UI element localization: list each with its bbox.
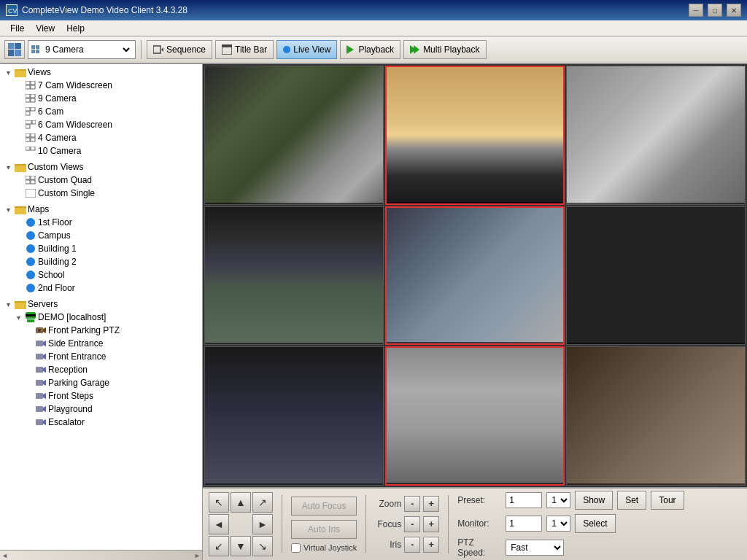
tree-cam-reception-row[interactable]: Reception bbox=[20, 363, 202, 376]
ptz-downleft-btn[interactable]: ↙ bbox=[209, 536, 229, 556]
zoom-plus-btn[interactable]: + bbox=[423, 496, 439, 512]
svg-rect-68 bbox=[36, 367, 43, 373]
live-view-button[interactable]: Live View bbox=[276, 40, 337, 59]
preset-tour-btn[interactable]: Tour bbox=[651, 491, 684, 510]
tree-school-row[interactable]: School bbox=[10, 268, 202, 281]
tree-cam-escalator-row[interactable]: Escalator bbox=[20, 416, 202, 429]
tree-cam-frontsteps-row[interactable]: Front Steps bbox=[20, 389, 202, 402]
tree-demo-server-row[interactable]: ▾ DEMO [localhost] bbox=[10, 311, 202, 324]
camera-view-select[interactable]: 9 Camera 7 Cam Widescreen 6 Cam 4 Camera bbox=[42, 44, 132, 55]
sidebar-scroll[interactable]: ▾ Views 7 Cam Widescreen bbox=[0, 64, 202, 550]
camera-cell-6[interactable] bbox=[566, 206, 746, 346]
ptz-downright-btn[interactable]: ↘ bbox=[252, 536, 273, 556]
multi-playback-button[interactable]: Multi Playback bbox=[403, 40, 486, 59]
menu-file[interactable]: File bbox=[4, 22, 30, 35]
tree-customviews-row[interactable]: ▾ Custom Views bbox=[0, 160, 202, 174]
monitor-select-btn[interactable]: Select bbox=[575, 514, 615, 533]
sequence-button[interactable]: Sequence bbox=[147, 40, 212, 59]
ptz-up-btn[interactable]: ▲ bbox=[231, 492, 251, 513]
monitor-select[interactable]: 1 2 bbox=[546, 516, 570, 532]
ptz-left-btn[interactable]: ◄ bbox=[209, 514, 229, 534]
auto-focus-btn[interactable]: Auto Focus bbox=[291, 497, 357, 516]
preset-select[interactable]: 1 2 3 bbox=[546, 492, 570, 508]
zoom-minus-btn[interactable]: - bbox=[404, 496, 420, 512]
tree-customquad-row[interactable]: Custom Quad bbox=[10, 174, 202, 187]
camera-cell-2[interactable] bbox=[385, 66, 565, 205]
tree-customsingle-row[interactable]: Custom Single bbox=[10, 187, 202, 200]
tree-9cam-row[interactable]: 9 Camera bbox=[10, 92, 202, 105]
demo-server-expander[interactable]: ▾ bbox=[13, 312, 23, 322]
ptz-right-btn[interactable]: ► bbox=[252, 514, 273, 534]
monitor-input[interactable] bbox=[506, 516, 542, 532]
focus-plus-btn[interactable]: + bbox=[423, 516, 439, 532]
iris-minus-btn[interactable]: - bbox=[404, 537, 420, 553]
tree-1stfloor-row[interactable]: 1st Floor bbox=[10, 216, 202, 229]
ptzspeed-row: PTZ Speed: Slow Medium Fast bbox=[457, 537, 684, 558]
tree-cam-frontparking-row[interactable]: Front Parking PTZ bbox=[20, 324, 202, 337]
layout-icon[interactable] bbox=[4, 40, 25, 59]
close-button[interactable]: ✕ bbox=[727, 4, 741, 17]
restore-button[interactable]: □ bbox=[708, 4, 722, 17]
tree-views-row[interactable]: ▾ Views bbox=[0, 66, 202, 79]
tree-cam-playground-row[interactable]: Playground bbox=[20, 402, 202, 416]
maps-expander[interactable]: ▾ bbox=[3, 204, 13, 214]
menu-help[interactable]: Help bbox=[61, 22, 90, 35]
customviews-folder-icon bbox=[15, 161, 26, 173]
views-expander[interactable]: ▾ bbox=[3, 67, 13, 77]
camera-cell-9[interactable] bbox=[566, 346, 746, 486]
virtual-joystick-checkbox[interactable] bbox=[291, 543, 301, 553]
tree-cam-frontentrance-row[interactable]: Front Entrance bbox=[20, 350, 202, 363]
camera-cell-7[interactable] bbox=[204, 346, 384, 486]
cam-sideentrance-icon bbox=[35, 338, 47, 349]
camera-view-dropdown[interactable]: 9 Camera 7 Cam Widescreen 6 Cam 4 Camera bbox=[28, 40, 136, 59]
camera-cell-8[interactable] bbox=[385, 346, 565, 486]
auto-controls: Auto Focus Auto Iris Virtual Joystick bbox=[291, 497, 357, 553]
tree-building2-row[interactable]: Building 2 bbox=[10, 255, 202, 268]
iris-plus-btn[interactable]: + bbox=[423, 537, 439, 553]
tree-cam-sideentrance-row[interactable]: Side Entrance bbox=[20, 337, 202, 350]
customviews-expander[interactable]: ▾ bbox=[3, 162, 13, 172]
cameras-children: Front Parking PTZ Side Entrance bbox=[10, 324, 202, 429]
sequence-label: Sequence bbox=[166, 44, 206, 55]
tree-building1-row[interactable]: Building 1 bbox=[10, 242, 202, 255]
preset-set-btn[interactable]: Set bbox=[617, 491, 646, 510]
tree-campus-row[interactable]: Campus bbox=[10, 229, 202, 242]
camera-cell-4[interactable] bbox=[204, 206, 384, 346]
auto-iris-btn[interactable]: Auto Iris bbox=[291, 520, 357, 539]
customviews-label: Custom Views bbox=[28, 162, 83, 172]
virtual-joystick-label[interactable]: Virtual Joystick bbox=[291, 543, 357, 553]
svg-marker-73 bbox=[43, 393, 46, 399]
focus-label: Focus bbox=[375, 519, 401, 529]
cam-frontsteps-label: Front Steps bbox=[48, 391, 93, 401]
tree-servers-row[interactable]: ▾ Servers bbox=[0, 298, 202, 311]
camera-label-2 bbox=[387, 202, 563, 203]
tree-10cam-row[interactable]: 10 Camera bbox=[10, 144, 202, 158]
svg-rect-21 bbox=[26, 81, 30, 85]
tree-6camwide-row[interactable]: 6 Cam Widescreen bbox=[10, 118, 202, 131]
camera-cell-1[interactable] bbox=[204, 66, 384, 205]
focus-minus-btn[interactable]: - bbox=[404, 516, 420, 532]
tree-maps-row[interactable]: ▾ Maps bbox=[0, 203, 202, 216]
servers-expander[interactable]: ▾ bbox=[3, 299, 13, 309]
ptz-upright-btn[interactable]: ↗ bbox=[252, 492, 273, 513]
title-bar-button[interactable]: Title Bar bbox=[215, 40, 274, 59]
tree-cam-parkinggarage-row[interactable]: Parking Garage bbox=[20, 376, 202, 389]
tree-2ndfloor-row[interactable]: 2nd Floor bbox=[10, 281, 202, 295]
minimize-button[interactable]: ─ bbox=[689, 4, 703, 17]
tree-7cam-row[interactable]: 7 Cam Widescreen bbox=[10, 79, 202, 92]
tree-4cam-row[interactable]: 4 Camera bbox=[10, 131, 202, 144]
preset-show-btn[interactable]: Show bbox=[575, 491, 613, 510]
building2-label: Building 2 bbox=[38, 257, 77, 267]
iris-label: Iris bbox=[375, 540, 401, 550]
ptz-upleft-btn[interactable]: ↖ bbox=[209, 492, 229, 513]
camera-cell-5[interactable] bbox=[385, 206, 565, 346]
tree-6cam-row[interactable]: 6 Cam bbox=[10, 105, 202, 118]
preset-input[interactable] bbox=[506, 492, 542, 508]
4cam-label: 4 Camera bbox=[38, 133, 77, 143]
sidebar-hscroll[interactable]: ◄ ► bbox=[0, 550, 202, 560]
ptz-down-btn[interactable]: ▼ bbox=[231, 536, 251, 556]
menu-view[interactable]: View bbox=[30, 22, 61, 35]
playback-button[interactable]: Playback bbox=[340, 40, 400, 59]
ptzspeed-select[interactable]: Slow Medium Fast bbox=[506, 540, 564, 556]
camera-cell-3[interactable] bbox=[566, 66, 746, 205]
